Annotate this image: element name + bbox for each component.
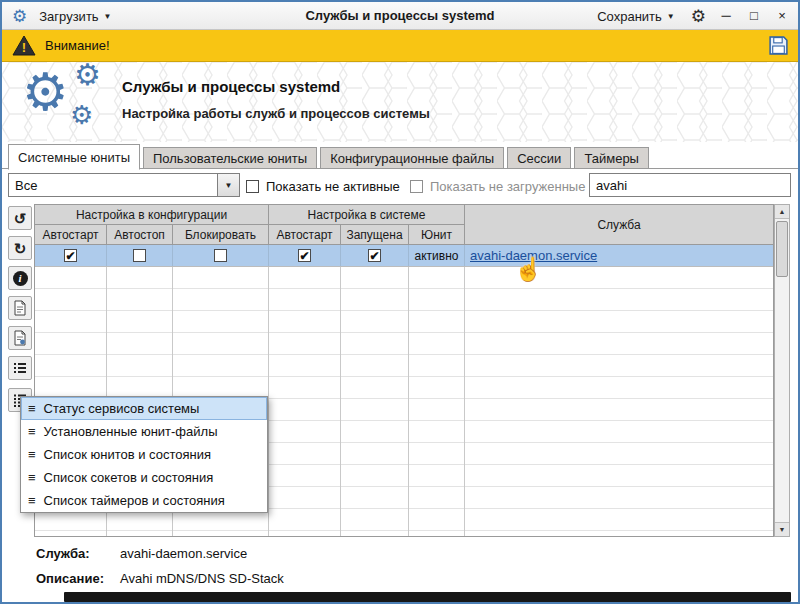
chevron-down-icon: ▼: [225, 181, 233, 190]
list-icon: ≡: [28, 448, 36, 461]
save-button[interactable]: Сохранить ▼: [593, 7, 679, 26]
load-button[interactable]: Загрузить ▼: [35, 7, 115, 26]
menu-item-label: Список сокетов и состояния: [44, 470, 214, 485]
table-row[interactable]: ✔ ✔ ✔ активно avahi-daemon.service: [35, 245, 773, 267]
tab-user-units[interactable]: Пользовательские юниты: [143, 147, 317, 169]
autostart-config-checkbox[interactable]: ✔: [64, 249, 77, 262]
titlebar: ⚙ Загрузить ▼ Службы и процессы systemd …: [2, 2, 798, 30]
scrollbar-thumb[interactable]: [776, 221, 788, 277]
info-icon: i: [13, 271, 28, 286]
save-file-icon[interactable]: [768, 35, 789, 56]
status-popup-menu: ≡ Статус сервисов системы ≡ Установленны…: [20, 396, 268, 513]
document-button[interactable]: [8, 296, 32, 320]
arrow-down-icon: ▼: [779, 526, 786, 533]
cell-autostop: [107, 245, 173, 266]
cell-unit-status: активно: [409, 245, 465, 266]
column-header-row: Автостарт Автостоп Блокировать Автостарт…: [35, 225, 465, 244]
refresh-button[interactable]: ↻: [8, 236, 32, 260]
show-inactive-filter: Показать не активные: [246, 179, 400, 194]
group-header-system: Настройка в системе: [269, 205, 465, 225]
list-icon: ≡: [28, 494, 36, 507]
gear-icon: ⚙: [22, 66, 69, 118]
scroll-down-button[interactable]: ▼: [775, 522, 789, 536]
close-button[interactable]: ×: [774, 2, 790, 30]
table-header-left: Настройка в конфигурации Настройка в сис…: [35, 205, 465, 244]
unit-filter-value: Все: [9, 178, 217, 193]
refresh-icon: ↻: [14, 241, 27, 256]
col-header-autostop[interactable]: Автостоп: [107, 225, 173, 244]
bottom-scrollbar[interactable]: [64, 592, 791, 602]
list-icon: ≡: [28, 402, 36, 415]
settings-gear-icon[interactable]: ⚙: [691, 8, 706, 25]
menu-item-label: Статус сервисов системы: [44, 401, 200, 416]
grid-vline: [464, 267, 465, 536]
warning-icon: !: [12, 35, 36, 56]
titlebar-left: ⚙ Загрузить ▼: [12, 2, 116, 30]
col-header-autostart-config[interactable]: Автостарт: [35, 225, 107, 244]
app-logo-gears-icon: ⚙ ⚙ ⚙: [18, 64, 118, 142]
page-title: Службы и процессы systemd: [122, 78, 340, 95]
service-label: Служба:: [36, 546, 120, 561]
col-header-autostart-system[interactable]: Автостарт: [269, 225, 341, 244]
cell-autostart-system: ✔: [269, 245, 341, 266]
log-list-button[interactable]: [8, 356, 32, 380]
scroll-up-button[interactable]: ▲: [775, 205, 789, 219]
menu-item-label: Список юнитов и состояния: [44, 447, 211, 462]
gear-icon: ⚙: [74, 62, 101, 90]
menu-item-services-status[interactable]: ≡ Статус сервисов системы: [21, 397, 267, 420]
hexagon-pattern: [2, 62, 798, 142]
group-header-row: Настройка в конфигурации Настройка в сис…: [35, 205, 465, 225]
tab-system-units[interactable]: Системные юниты: [8, 144, 140, 170]
menu-item-label: Список таймеров и состояния: [44, 493, 225, 508]
maximize-button[interactable]: □: [746, 2, 762, 30]
warning-exclamation: !: [22, 40, 26, 55]
running-checkbox[interactable]: ✔: [368, 249, 381, 262]
journal-button[interactable]: [8, 326, 32, 350]
history-button[interactable]: ↺: [8, 206, 32, 230]
list-icon: ≡: [28, 471, 36, 484]
grid-vline: [340, 267, 341, 536]
group-header-config: Настройка в конфигурации: [35, 205, 269, 225]
app-window: ⚙ Загрузить ▼ Службы и процессы systemd …: [0, 0, 800, 604]
chevron-down-icon: ▼: [104, 12, 112, 21]
unit-filter-select[interactable]: Все ▼: [8, 173, 240, 197]
menu-item-label: Установленные юнит-файлы: [44, 424, 218, 439]
menu-item-units-list[interactable]: ≡ Список юнитов и состояния: [21, 443, 267, 466]
menu-item-installed-unit-files[interactable]: ≡ Установленные юнит-файлы: [21, 420, 267, 443]
show-unloaded-checkbox[interactable]: [410, 180, 423, 193]
col-header-service[interactable]: Служба: [465, 205, 773, 244]
tab-config-files[interactable]: Конфигурационные файлы: [320, 147, 504, 169]
load-button-label: Загрузить: [39, 9, 98, 24]
show-unloaded-label: Показать не загруженные: [430, 179, 585, 194]
minimize-button[interactable]: ─: [718, 2, 734, 30]
show-inactive-checkbox[interactable]: [246, 180, 259, 193]
tab-sessions[interactable]: Сессии: [507, 147, 571, 169]
titlebar-right: Сохранить ▼ ⚙ ─ □ ×: [593, 2, 790, 30]
col-header-running[interactable]: Запущена: [341, 225, 409, 244]
combo-dropdown-button[interactable]: ▼: [217, 174, 239, 196]
info-button[interactable]: i: [8, 266, 32, 290]
detail-service-row: Служба: avahi-daemon.service: [36, 546, 247, 561]
table-scrollbar[interactable]: ▲ ▼: [774, 204, 790, 537]
grid-vline: [268, 267, 269, 536]
search-input[interactable]: [589, 173, 791, 197]
col-header-block[interactable]: Блокировать: [173, 225, 269, 244]
menu-item-sockets-list[interactable]: ≡ Список сокетов и состояния: [21, 466, 267, 489]
menu-item-timers-list[interactable]: ≡ Список таймеров и состояния: [21, 489, 267, 512]
app-icon: ⚙: [12, 8, 27, 25]
autostop-checkbox[interactable]: [133, 249, 146, 262]
gear-icon: ⚙: [70, 102, 93, 128]
table-header: Настройка в конфигурации Настройка в сис…: [35, 205, 773, 245]
block-checkbox[interactable]: [214, 249, 227, 262]
detail-description-row: Описание: Avahi mDNS/DNS SD-Stack: [36, 571, 284, 586]
warning-bar: ! Внимание!: [2, 30, 798, 62]
cell-block: [173, 245, 269, 266]
col-header-unit[interactable]: Юнит: [409, 225, 465, 244]
document-icon: [12, 300, 28, 316]
cell-service: avahi-daemon.service: [465, 245, 773, 266]
tab-timers[interactable]: Таймеры: [574, 147, 649, 169]
autostart-system-checkbox[interactable]: ✔: [298, 249, 311, 262]
description-value: Avahi mDNS/DNS SD-Stack: [120, 571, 284, 586]
arrow-up-icon: ▲: [779, 208, 786, 215]
description-label: Описание:: [36, 571, 120, 586]
